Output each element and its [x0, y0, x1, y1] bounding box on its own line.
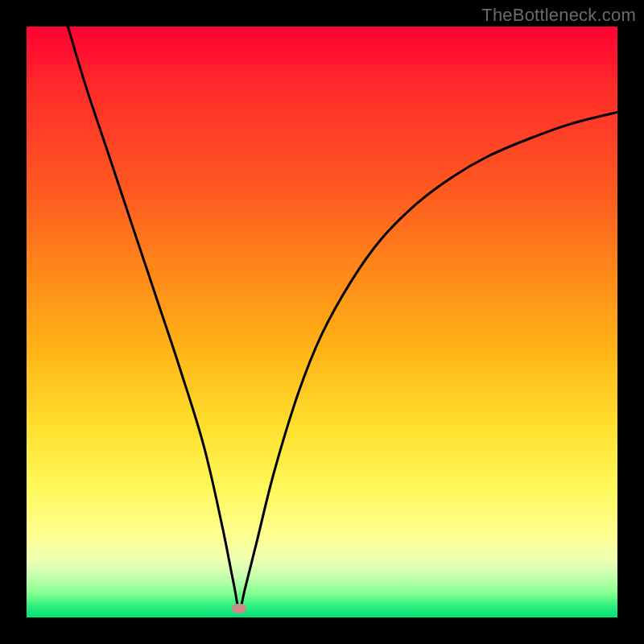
- curve-svg: [27, 27, 617, 617]
- bottleneck-curve: [68, 27, 617, 609]
- chart-frame: TheBottleneck.com: [0, 0, 644, 644]
- plot-area: [27, 27, 617, 617]
- watermark-text: TheBottleneck.com: [481, 5, 636, 26]
- optimal-point-marker: [232, 604, 246, 613]
